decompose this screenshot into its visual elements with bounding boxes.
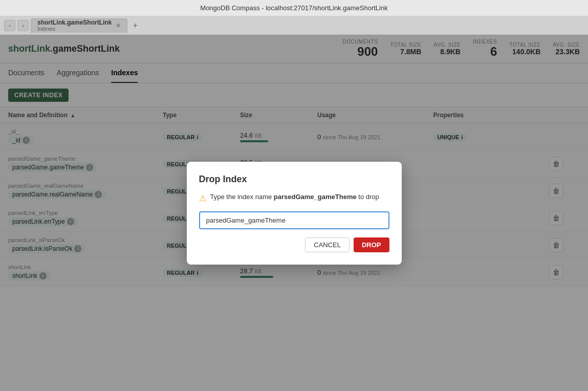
modal-overlay[interactable]: Drop Index ⚠ Type the index name parsedG… — [0, 35, 588, 391]
cancel-button[interactable]: CANCEL — [305, 237, 350, 252]
new-tab-button[interactable]: + — [129, 20, 141, 31]
modal-warning: ⚠ Type the index name parsedGame_gameThe… — [199, 193, 389, 203]
warning-icon: ⚠ — [199, 193, 206, 203]
modal-warning-text: Type the index name — [210, 193, 272, 201]
drop-index-modal: Drop Index ⚠ Type the index name parsedG… — [187, 162, 402, 265]
tab-close-button[interactable]: ✕ — [116, 22, 121, 29]
modal-warning-suffix: to drop — [358, 193, 379, 201]
drop-button[interactable]: DROP — [354, 237, 389, 252]
title-text: MongoDB Compass - localhost:27017/shortL… — [200, 4, 387, 12]
drop-index-input[interactable] — [199, 211, 389, 229]
nav-forward-button[interactable]: › — [17, 20, 29, 31]
title-bar: MongoDB Compass - localhost:27017/shortL… — [0, 0, 588, 16]
tab-sublabel: Indexes — [37, 26, 112, 32]
nav-back-button[interactable]: ‹ — [4, 20, 15, 31]
modal-actions: CANCEL DROP — [199, 237, 389, 252]
modal-index-name: parsedGame_gameTheme — [274, 193, 357, 201]
tab-label: shortLink.gameShortLink — [37, 19, 112, 26]
tab-item[interactable]: shortLink.gameShortLink Indexes ✕ — [31, 18, 127, 33]
app-container: shortLink.gameShortLink DOCUMENTS 900 TO… — [0, 35, 588, 391]
modal-title: Drop Index — [199, 174, 389, 185]
tab-bar: ‹ › shortLink.gameShortLink Indexes ✕ + — [0, 16, 588, 35]
